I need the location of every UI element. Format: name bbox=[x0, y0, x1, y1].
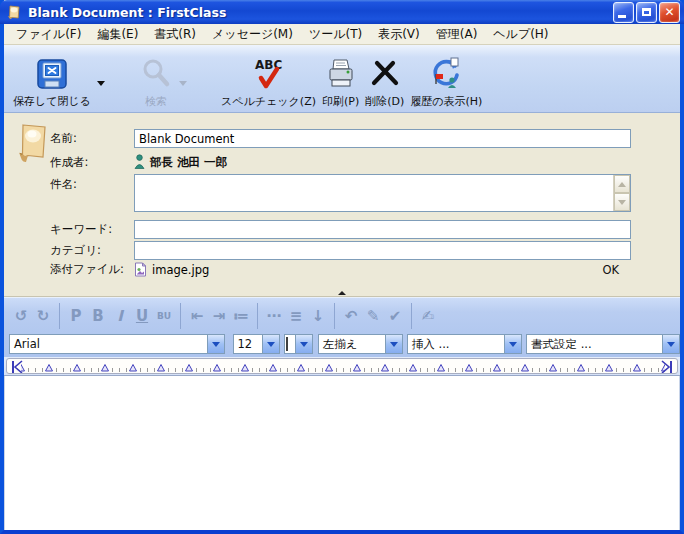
firstclass-document-window: Blank Document : FirstClass ✕ ファイル(F) 編集… bbox=[0, 0, 684, 534]
image-file-icon bbox=[134, 262, 147, 277]
name-input[interactable] bbox=[134, 129, 631, 148]
redo-icon[interactable]: ↻ bbox=[32, 303, 54, 329]
text-color-select[interactable] bbox=[284, 334, 313, 354]
delete-button[interactable]: 削除(D) bbox=[362, 54, 407, 110]
insert-select[interactable]: 挿入 ... bbox=[407, 334, 522, 354]
author-row: 作成者: 部長 池田 一郎 bbox=[50, 154, 672, 170]
alignment-value: 左揃え bbox=[319, 337, 385, 352]
tab-stop-markers bbox=[7, 359, 678, 373]
more-styles-icon[interactable]: BU bbox=[153, 303, 175, 329]
tab-stops-icon[interactable]: ⋯ bbox=[263, 303, 285, 329]
format-dropdown-row: Arial 12 左揃え 挿入 ... 書式設定 ... bbox=[4, 333, 680, 357]
spellcheck-icon: ABC bbox=[249, 55, 289, 93]
subject-scrollbar bbox=[613, 175, 630, 211]
subject-input[interactable] bbox=[135, 175, 613, 211]
menu-edit[interactable]: 編集(E) bbox=[89, 24, 146, 45]
approve-icon[interactable]: ✔ bbox=[384, 303, 406, 329]
pen-icon[interactable]: ✎ bbox=[362, 303, 384, 329]
name-row: 名前: bbox=[50, 129, 672, 148]
undo-icon[interactable]: ↺ bbox=[10, 303, 32, 329]
maximize-button[interactable] bbox=[636, 2, 657, 23]
subject-label: 件名: bbox=[50, 174, 134, 192]
ruler[interactable] bbox=[6, 358, 678, 374]
plain-style-icon[interactable]: P bbox=[65, 303, 87, 329]
bullet-list-icon[interactable]: ≔ bbox=[230, 303, 252, 329]
search-dropdown-button[interactable] bbox=[176, 78, 190, 88]
save-dropdown-button[interactable] bbox=[94, 78, 108, 88]
chevron-down-icon bbox=[385, 335, 402, 353]
menu-help[interactable]: ヘルプ(H) bbox=[485, 24, 556, 45]
document-page-icon bbox=[13, 121, 53, 169]
category-row: カテゴリ: bbox=[50, 241, 672, 260]
font-select[interactable]: Arial bbox=[9, 334, 225, 354]
menu-tools[interactable]: ツール(T) bbox=[301, 24, 370, 45]
font-value: Arial bbox=[10, 337, 207, 351]
menu-view[interactable]: 表示(V) bbox=[370, 24, 428, 45]
category-input[interactable] bbox=[134, 241, 631, 260]
menu-bar: ファイル(F) 編集(E) 書式(R) メッセージ(M) ツール(T) 表示(V… bbox=[4, 24, 680, 45]
menu-admin[interactable]: 管理(A) bbox=[428, 24, 486, 45]
title-bar[interactable]: Blank Document : FirstClass ✕ bbox=[0, 0, 684, 24]
underline-icon[interactable]: U bbox=[131, 303, 153, 329]
bold-icon[interactable]: B bbox=[87, 303, 109, 329]
minimize-icon bbox=[618, 15, 626, 18]
chevron-down-icon bbox=[207, 335, 224, 353]
font-size-value: 12 bbox=[234, 337, 262, 351]
scroll-down-button[interactable] bbox=[614, 193, 630, 211]
menu-format[interactable]: 書式(R) bbox=[146, 24, 204, 45]
menu-message[interactable]: メッセージ(M) bbox=[204, 24, 301, 45]
chevron-down-icon bbox=[97, 81, 105, 86]
format-toolbar: ↺ ↻ P B I U BU ⇤ ⇥ ≔ ⋯ ≡ ↓ ↶ ✎ ✔ ✍ bbox=[4, 297, 680, 333]
keywords-label: キーワード: bbox=[50, 222, 134, 237]
author-value[interactable]: 部長 池田 一郎 bbox=[150, 155, 227, 170]
down-arrow-icon[interactable]: ↓ bbox=[307, 303, 329, 329]
toolbar-button-label: 削除(D) bbox=[365, 94, 404, 109]
attachment-filename[interactable]: image.jpg bbox=[152, 263, 209, 277]
search-button[interactable]: 検索 bbox=[136, 54, 176, 110]
print-button[interactable]: 印刷(P) bbox=[319, 54, 362, 110]
minimize-button[interactable] bbox=[613, 2, 634, 23]
toolbar-separator bbox=[334, 303, 335, 329]
alignment-select[interactable]: 左揃え bbox=[318, 334, 403, 354]
right-margin-marker[interactable] bbox=[660, 360, 674, 374]
scroll-up-button[interactable] bbox=[614, 175, 630, 193]
toolbar-button-label: 印刷(P) bbox=[322, 94, 359, 109]
toolbar-separator bbox=[411, 303, 412, 329]
user-icon bbox=[134, 154, 145, 170]
attachment-label: 添付ファイル: bbox=[50, 262, 134, 277]
window-title: Blank Document : FirstClass bbox=[28, 5, 613, 20]
chevron-down-icon bbox=[504, 335, 521, 353]
toolbar-button-label: 検索 bbox=[145, 94, 167, 109]
document-info-pane: 名前: 作成者: 部長 池田 一郎 件名: bbox=[4, 113, 680, 288]
save-close-icon bbox=[35, 55, 69, 93]
attachment-status: OK bbox=[602, 263, 631, 277]
name-label: 名前: bbox=[50, 131, 134, 146]
show-history-button[interactable]: 履歴の表示(H) bbox=[407, 54, 485, 110]
insert-value: 挿入 ... bbox=[408, 337, 504, 352]
menu-file[interactable]: ファイル(F) bbox=[8, 24, 89, 45]
chevron-down-icon bbox=[618, 200, 626, 205]
format-settings-value: 書式設定 ... bbox=[527, 337, 662, 352]
revert-icon[interactable]: ↶ bbox=[340, 303, 362, 329]
font-size-select[interactable]: 12 bbox=[233, 334, 280, 354]
pane-splitter[interactable] bbox=[4, 288, 680, 297]
outdent-icon[interactable]: ⇤ bbox=[186, 303, 208, 329]
print-icon bbox=[324, 55, 358, 93]
toolbar-separator bbox=[180, 303, 181, 329]
indent-icon[interactable]: ⇥ bbox=[208, 303, 230, 329]
spellcheck-button[interactable]: ABC スペルチェック(Z) bbox=[218, 54, 319, 110]
history-icon bbox=[428, 55, 464, 93]
close-button[interactable]: ✕ bbox=[659, 2, 680, 23]
save-and-close-button[interactable]: 保存して閉じる bbox=[10, 54, 94, 110]
italic-icon[interactable]: I bbox=[109, 303, 131, 329]
maximize-icon bbox=[642, 8, 651, 16]
toolbar-button-label: スペルチェック(Z) bbox=[221, 94, 316, 109]
paragraph-format-icon[interactable]: ≡ bbox=[285, 303, 307, 329]
format-settings-select[interactable]: 書式設定 ... bbox=[526, 334, 680, 354]
left-margin-marker[interactable] bbox=[10, 360, 24, 374]
close-icon: ✕ bbox=[664, 6, 674, 18]
signature-icon[interactable]: ✍ bbox=[417, 303, 439, 329]
document-body[interactable] bbox=[4, 376, 680, 530]
collapse-arrow-icon bbox=[338, 291, 346, 295]
keywords-input[interactable] bbox=[134, 220, 631, 239]
